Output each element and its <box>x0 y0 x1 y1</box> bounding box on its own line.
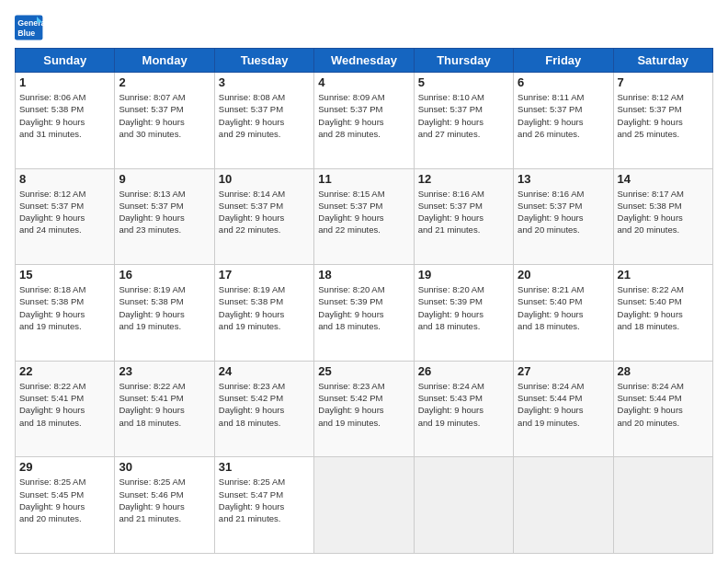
calendar-week-2: 8Sunrise: 8:12 AM Sunset: 5:37 PM Daylig… <box>16 168 713 265</box>
day-number: 9 <box>119 172 210 186</box>
calendar-table: SundayMondayTuesdayWednesdayThursdayFrid… <box>15 48 713 554</box>
logo: General Blue <box>15 15 44 40</box>
column-header-monday: Monday <box>115 49 214 73</box>
day-number: 26 <box>418 364 509 378</box>
calendar-cell: 4Sunrise: 8:09 AM Sunset: 5:37 PM Daylig… <box>314 73 414 169</box>
day-info: Sunrise: 8:19 AM Sunset: 5:38 PM Dayligh… <box>219 283 310 332</box>
calendar-week-3: 15Sunrise: 8:18 AM Sunset: 5:38 PM Dayli… <box>16 265 713 362</box>
day-info: Sunrise: 8:23 AM Sunset: 5:42 PM Dayligh… <box>318 380 409 429</box>
logo-icon: General Blue <box>15 15 44 40</box>
day-number: 28 <box>618 364 709 378</box>
day-info: Sunrise: 8:21 AM Sunset: 5:40 PM Dayligh… <box>518 283 609 332</box>
day-info: Sunrise: 8:24 AM Sunset: 5:44 PM Dayligh… <box>618 380 709 429</box>
calendar-cell: 26Sunrise: 8:24 AM Sunset: 5:43 PM Dayli… <box>414 361 513 457</box>
day-info: Sunrise: 8:17 AM Sunset: 5:38 PM Dayligh… <box>618 188 709 236</box>
day-info: Sunrise: 8:24 AM Sunset: 5:44 PM Dayligh… <box>518 380 609 429</box>
header: General Blue <box>15 15 713 40</box>
day-number: 30 <box>119 460 210 474</box>
svg-text:General: General <box>17 18 44 28</box>
day-info: Sunrise: 8:25 AM Sunset: 5:45 PM Dayligh… <box>19 476 110 524</box>
day-info: Sunrise: 8:11 AM Sunset: 5:37 PM Dayligh… <box>518 91 609 140</box>
calendar-cell: 21Sunrise: 8:22 AM Sunset: 5:40 PM Dayli… <box>613 265 712 362</box>
calendar-cell: 23Sunrise: 8:22 AM Sunset: 5:41 PM Dayli… <box>115 361 214 457</box>
day-info: Sunrise: 8:12 AM Sunset: 5:37 PM Dayligh… <box>618 91 709 140</box>
day-number: 24 <box>219 364 310 378</box>
day-number: 18 <box>318 268 409 282</box>
calendar-cell: 2Sunrise: 8:07 AM Sunset: 5:37 PM Daylig… <box>115 73 214 169</box>
day-number: 20 <box>518 268 609 282</box>
day-info: Sunrise: 8:25 AM Sunset: 5:46 PM Dayligh… <box>119 476 210 524</box>
calendar-cell: 6Sunrise: 8:11 AM Sunset: 5:37 PM Daylig… <box>514 73 613 169</box>
calendar-cell: 20Sunrise: 8:21 AM Sunset: 5:40 PM Dayli… <box>514 265 613 362</box>
day-number: 7 <box>618 75 709 89</box>
calendar-week-4: 22Sunrise: 8:22 AM Sunset: 5:41 PM Dayli… <box>16 361 713 457</box>
day-number: 29 <box>19 460 110 474</box>
calendar-header-row: SundayMondayTuesdayWednesdayThursdayFrid… <box>16 49 713 73</box>
day-info: Sunrise: 8:09 AM Sunset: 5:37 PM Dayligh… <box>318 91 409 140</box>
calendar-cell: 13Sunrise: 8:16 AM Sunset: 5:37 PM Dayli… <box>514 168 613 265</box>
day-number: 11 <box>318 172 409 186</box>
column-header-sunday: Sunday <box>16 49 115 73</box>
calendar-cell: 28Sunrise: 8:24 AM Sunset: 5:44 PM Dayli… <box>613 361 712 457</box>
day-number: 3 <box>219 75 310 89</box>
calendar-cell: 29Sunrise: 8:25 AM Sunset: 5:45 PM Dayli… <box>16 457 115 554</box>
day-info: Sunrise: 8:19 AM Sunset: 5:38 PM Dayligh… <box>119 283 210 332</box>
day-info: Sunrise: 8:18 AM Sunset: 5:38 PM Dayligh… <box>19 283 110 332</box>
calendar-cell: 30Sunrise: 8:25 AM Sunset: 5:46 PM Dayli… <box>115 457 214 554</box>
day-number: 8 <box>19 172 110 186</box>
day-info: Sunrise: 8:22 AM Sunset: 5:41 PM Dayligh… <box>119 380 210 429</box>
calendar-cell: 31Sunrise: 8:25 AM Sunset: 5:47 PM Dayli… <box>214 457 313 554</box>
day-number: 2 <box>119 75 210 89</box>
day-number: 6 <box>518 75 609 89</box>
column-header-wednesday: Wednesday <box>314 49 414 73</box>
column-header-tuesday: Tuesday <box>214 49 313 73</box>
day-info: Sunrise: 8:06 AM Sunset: 5:38 PM Dayligh… <box>19 91 110 140</box>
day-number: 1 <box>19 75 110 89</box>
page: General Blue SundayMondayTuesdayWednesda… <box>0 0 728 563</box>
calendar-cell: 24Sunrise: 8:23 AM Sunset: 5:42 PM Dayli… <box>214 361 313 457</box>
calendar-cell: 25Sunrise: 8:23 AM Sunset: 5:42 PM Dayli… <box>314 361 414 457</box>
day-info: Sunrise: 8:10 AM Sunset: 5:37 PM Dayligh… <box>418 91 509 140</box>
calendar-cell: 10Sunrise: 8:14 AM Sunset: 5:37 PM Dayli… <box>214 168 313 265</box>
day-info: Sunrise: 8:16 AM Sunset: 5:37 PM Dayligh… <box>418 188 509 236</box>
day-number: 4 <box>318 75 409 89</box>
day-info: Sunrise: 8:24 AM Sunset: 5:43 PM Dayligh… <box>418 380 509 429</box>
day-info: Sunrise: 8:13 AM Sunset: 5:37 PM Dayligh… <box>119 188 210 236</box>
day-number: 5 <box>418 75 509 89</box>
calendar-cell: 15Sunrise: 8:18 AM Sunset: 5:38 PM Dayli… <box>16 265 115 362</box>
column-header-thursday: Thursday <box>414 49 513 73</box>
calendar-week-5: 29Sunrise: 8:25 AM Sunset: 5:45 PM Dayli… <box>16 457 713 554</box>
calendar-cell: 17Sunrise: 8:19 AM Sunset: 5:38 PM Dayli… <box>214 265 313 362</box>
calendar-cell <box>613 457 712 554</box>
calendar-cell: 14Sunrise: 8:17 AM Sunset: 5:38 PM Dayli… <box>613 168 712 265</box>
day-info: Sunrise: 8:25 AM Sunset: 5:47 PM Dayligh… <box>219 476 310 524</box>
day-number: 31 <box>219 460 310 474</box>
day-info: Sunrise: 8:22 AM Sunset: 5:41 PM Dayligh… <box>19 380 110 429</box>
calendar-cell <box>514 457 613 554</box>
day-info: Sunrise: 8:23 AM Sunset: 5:42 PM Dayligh… <box>219 380 310 429</box>
calendar-cell: 27Sunrise: 8:24 AM Sunset: 5:44 PM Dayli… <box>514 361 613 457</box>
day-number: 21 <box>618 268 709 282</box>
column-header-saturday: Saturday <box>613 49 712 73</box>
column-header-friday: Friday <box>514 49 613 73</box>
day-number: 22 <box>19 364 110 378</box>
calendar-cell <box>314 457 414 554</box>
calendar-cell: 12Sunrise: 8:16 AM Sunset: 5:37 PM Dayli… <box>414 168 513 265</box>
calendar-cell: 5Sunrise: 8:10 AM Sunset: 5:37 PM Daylig… <box>414 73 513 169</box>
day-number: 17 <box>219 268 310 282</box>
day-number: 23 <box>119 364 210 378</box>
day-info: Sunrise: 8:12 AM Sunset: 5:37 PM Dayligh… <box>19 188 110 236</box>
day-info: Sunrise: 8:20 AM Sunset: 5:39 PM Dayligh… <box>318 283 409 332</box>
calendar-cell: 19Sunrise: 8:20 AM Sunset: 5:39 PM Dayli… <box>414 265 513 362</box>
calendar-cell: 18Sunrise: 8:20 AM Sunset: 5:39 PM Dayli… <box>314 265 414 362</box>
calendar-cell <box>414 457 513 554</box>
day-number: 13 <box>518 172 609 186</box>
day-number: 14 <box>618 172 709 186</box>
day-number: 16 <box>119 268 210 282</box>
calendar-cell: 9Sunrise: 8:13 AM Sunset: 5:37 PM Daylig… <box>115 168 214 265</box>
day-info: Sunrise: 8:15 AM Sunset: 5:37 PM Dayligh… <box>318 188 409 236</box>
calendar-week-1: 1Sunrise: 8:06 AM Sunset: 5:38 PM Daylig… <box>16 73 713 169</box>
day-number: 12 <box>418 172 509 186</box>
day-number: 19 <box>418 268 509 282</box>
calendar-cell: 1Sunrise: 8:06 AM Sunset: 5:38 PM Daylig… <box>16 73 115 169</box>
